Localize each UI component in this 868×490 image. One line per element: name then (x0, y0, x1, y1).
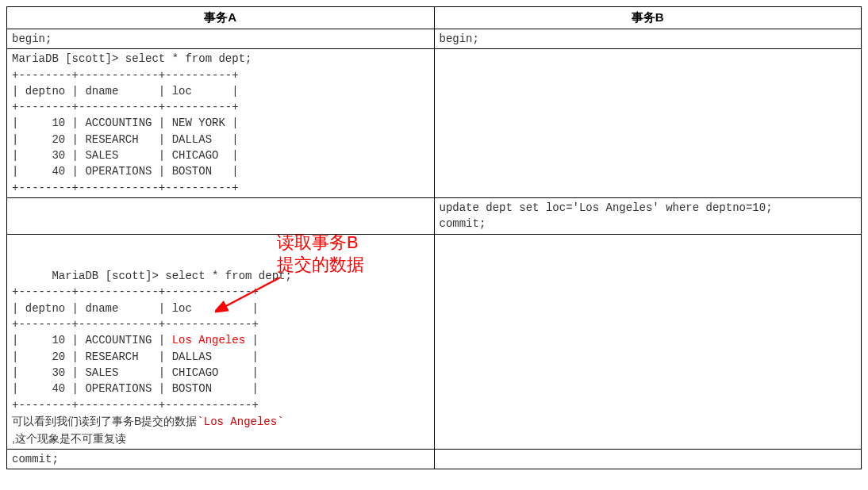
annotation-callout: 读取事务B 提交的数据 (277, 232, 364, 277)
table-sep: +--------+------------+----------+ (12, 69, 239, 82)
table-row: | 10 | ACCOUNTING | Los Angeles | (12, 334, 259, 346)
cell-b-update: update dept set loc='Los Angeles' where … (434, 197, 862, 234)
cell-a-begin: begin; (7, 29, 435, 49)
annotation-line1: 读取事务B (277, 232, 359, 252)
table-row: | 10 | ACCOUNTING | NEW YORK | (12, 117, 239, 129)
sql-command: MariaDB [scott]> select * from dept; (52, 270, 291, 282)
cell-b-begin: begin; (434, 29, 862, 49)
table-sep: +--------+------------+-------------+ (12, 318, 259, 331)
table-row: | 20 | RESEARCH | DALLAS | (12, 350, 259, 363)
cell-a-commit: commit; (7, 449, 435, 469)
cell-b-empty-3 (434, 449, 862, 469)
table-row: | 20 | RESEARCH | DALLAS | (12, 133, 239, 146)
table-sep: +--------+------------+----------+ (12, 182, 239, 194)
table-row: | 30 | SALES | CHICAGO | (12, 149, 239, 162)
table-sep: +--------+------------+----------+ (12, 101, 239, 113)
annotation-line2: 提交的数据 (277, 255, 364, 274)
cell-a-empty-1 (7, 197, 435, 234)
sql-command: MariaDB [scott]> select * from dept; (12, 52, 252, 65)
table-row: | 40 | OPERATIONS | BOSTON | (12, 382, 259, 395)
explanation-note: 可以看到我们读到了事务B提交的数据`Los Angeles`,这个现象是不可重复… (12, 413, 429, 447)
sql-update: update dept set loc='Los Angeles' where … (440, 201, 773, 214)
table-row: | 30 | SALES | CHICAGO | (12, 366, 259, 379)
transaction-comparison-table: 事务A 事务B begin; begin; MariaDB [scott]> s… (6, 6, 862, 469)
cell-a-second-select: 读取事务B 提交的数据 MariaDB [scott]> select * fr… (7, 234, 435, 449)
sql-commit: commit; (440, 217, 486, 230)
cell-b-empty-2 (434, 234, 862, 449)
table-row: | 40 | OPERATIONS | BOSTON | (12, 165, 239, 178)
code-literal: `Los Angeles` (197, 415, 283, 428)
cell-a-first-select: MariaDB [scott]> select * from dept; +--… (7, 49, 435, 198)
cell-b-empty-1 (434, 49, 862, 198)
table-header-row: | deptno | dname | loc | (12, 85, 239, 98)
table-header-row: | deptno | dname | loc | (12, 302, 259, 315)
table-sep: +--------+------------+-------------+ (12, 399, 259, 412)
header-transaction-b: 事务B (434, 7, 862, 29)
table-sep: +--------+------------+-------------+ (12, 285, 259, 298)
changed-value: Los Angeles (172, 334, 245, 346)
header-transaction-a: 事务A (7, 7, 435, 29)
